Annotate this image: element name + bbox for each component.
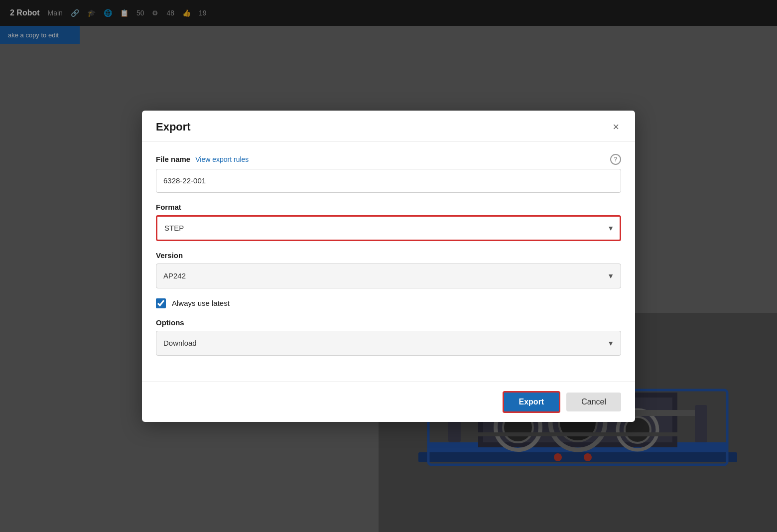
options-group: Options Download Save to cloud ▼ — [156, 318, 621, 356]
modal-title: Export — [156, 121, 191, 133]
modal-body: File name View export rules ? Format STE… — [142, 142, 635, 378]
options-select[interactable]: Download Save to cloud — [156, 331, 621, 356]
options-select-wrapper: Download Save to cloud ▼ — [156, 331, 621, 356]
close-button[interactable]: × — [611, 122, 621, 133]
export-modal: Export × File name View export rules ? F… — [142, 111, 635, 422]
modal-overlay: Export × File name View export rules ? F… — [0, 0, 777, 532]
file-name-input[interactable] — [156, 169, 621, 193]
always-use-latest-label[interactable]: Always use latest — [172, 299, 230, 307]
format-select-wrapper: STEP IGES STL OBJ Parasolid ▼ — [156, 215, 621, 241]
always-use-latest-row: Always use latest — [156, 298, 621, 308]
always-use-latest-checkbox[interactable] — [156, 298, 166, 308]
cancel-button[interactable]: Cancel — [566, 393, 621, 411]
file-name-group: File name View export rules ? — [156, 154, 621, 193]
format-group: Format STEP IGES STL OBJ Parasolid ▼ — [156, 203, 621, 241]
export-button[interactable]: Export — [503, 391, 561, 413]
modal-footer: Export Cancel — [142, 382, 635, 422]
version-label-row: Version — [156, 251, 621, 260]
modal-header: Export × — [142, 111, 635, 142]
format-label: Format — [156, 203, 181, 211]
options-label: Options — [156, 318, 184, 327]
help-icon[interactable]: ? — [610, 154, 621, 165]
format-label-row: Format — [156, 203, 621, 211]
format-select[interactable]: STEP IGES STL OBJ Parasolid — [156, 215, 621, 241]
version-group: Version AP242 AP214 AP203 ▼ — [156, 251, 621, 288]
file-name-label-row: File name View export rules ? — [156, 154, 621, 165]
version-select[interactable]: AP242 AP214 AP203 — [156, 264, 621, 288]
file-name-label: File name — [156, 155, 190, 163]
version-select-wrapper: AP242 AP214 AP203 ▼ — [156, 264, 621, 288]
version-label: Version — [156, 251, 183, 260]
options-label-row: Options — [156, 318, 621, 327]
view-export-rules-link[interactable]: View export rules — [195, 155, 249, 163]
